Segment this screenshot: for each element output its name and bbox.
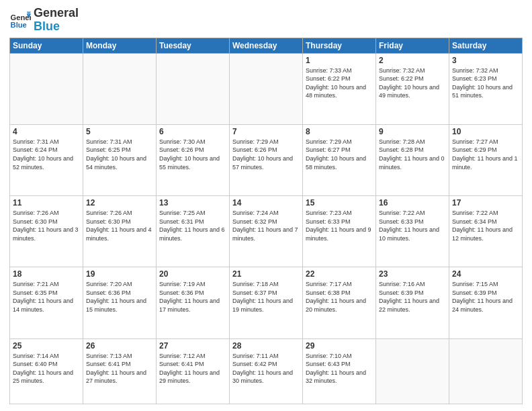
day-info: Sunrise: 7:22 AM Sunset: 6:34 PM Dayligh… bbox=[452, 209, 519, 242]
day-number: 18 bbox=[13, 269, 80, 279]
day-number: 28 bbox=[232, 341, 300, 351]
calendar-cell: 17Sunrise: 7:22 AM Sunset: 6:34 PM Dayli… bbox=[449, 196, 523, 267]
calendar-cell: 25Sunrise: 7:14 AM Sunset: 6:40 PM Dayli… bbox=[10, 338, 83, 404]
day-info: Sunrise: 7:18 AM Sunset: 6:37 PM Dayligh… bbox=[232, 280, 300, 314]
day-info: Sunrise: 7:32 AM Sunset: 6:22 PM Dayligh… bbox=[379, 66, 446, 100]
day-number: 29 bbox=[306, 341, 373, 351]
weekday-header-row: SundayMondayTuesdayWednesdayThursdayFrid… bbox=[10, 38, 523, 53]
weekday-header-thursday: Thursday bbox=[303, 38, 376, 53]
calendar-week-3: 18Sunrise: 7:21 AM Sunset: 6:35 PM Dayli… bbox=[10, 267, 523, 338]
day-info: Sunrise: 7:26 AM Sunset: 6:30 PM Dayligh… bbox=[86, 209, 153, 242]
logo: General Blue General Blue bbox=[9, 7, 79, 34]
calendar-cell: 21Sunrise: 7:18 AM Sunset: 6:37 PM Dayli… bbox=[230, 267, 303, 338]
day-number: 13 bbox=[159, 198, 226, 208]
logo-icon: General Blue bbox=[9, 9, 31, 31]
weekday-header-tuesday: Tuesday bbox=[157, 38, 230, 53]
day-number: 9 bbox=[379, 127, 446, 136]
day-info: Sunrise: 7:14 AM Sunset: 6:40 PM Dayligh… bbox=[13, 352, 80, 385]
day-info: Sunrise: 7:20 AM Sunset: 6:36 PM Dayligh… bbox=[86, 280, 153, 314]
day-info: Sunrise: 7:30 AM Sunset: 6:26 PM Dayligh… bbox=[159, 138, 226, 171]
calendar-cell: 2Sunrise: 7:32 AM Sunset: 6:22 PM Daylig… bbox=[376, 53, 449, 124]
day-number: 1 bbox=[306, 56, 373, 65]
day-number: 10 bbox=[452, 127, 519, 136]
day-number: 2 bbox=[379, 56, 446, 65]
day-info: Sunrise: 7:29 AM Sunset: 6:27 PM Dayligh… bbox=[306, 138, 373, 171]
day-info: Sunrise: 7:23 AM Sunset: 6:33 PM Dayligh… bbox=[306, 209, 373, 242]
header: General Blue General Blue bbox=[9, 7, 523, 34]
calendar-cell: 12Sunrise: 7:26 AM Sunset: 6:30 PM Dayli… bbox=[83, 196, 157, 267]
day-info: Sunrise: 7:22 AM Sunset: 6:33 PM Dayligh… bbox=[379, 209, 446, 242]
calendar-cell bbox=[10, 53, 83, 124]
day-number: 26 bbox=[86, 341, 153, 351]
calendar-cell: 15Sunrise: 7:23 AM Sunset: 6:33 PM Dayli… bbox=[303, 196, 376, 267]
day-number: 6 bbox=[159, 127, 226, 136]
calendar-cell: 1Sunrise: 7:33 AM Sunset: 6:22 PM Daylig… bbox=[303, 53, 376, 124]
calendar-cell bbox=[83, 53, 157, 124]
day-info: Sunrise: 7:11 AM Sunset: 6:42 PM Dayligh… bbox=[232, 352, 300, 385]
day-info: Sunrise: 7:31 AM Sunset: 6:25 PM Dayligh… bbox=[86, 138, 153, 171]
day-number: 19 bbox=[86, 269, 153, 279]
day-number: 4 bbox=[13, 127, 80, 136]
day-number: 17 bbox=[452, 198, 519, 208]
day-info: Sunrise: 7:16 AM Sunset: 6:39 PM Dayligh… bbox=[379, 280, 446, 314]
calendar-cell: 29Sunrise: 7:10 AM Sunset: 6:43 PM Dayli… bbox=[303, 338, 376, 404]
calendar-cell: 26Sunrise: 7:13 AM Sunset: 6:41 PM Dayli… bbox=[83, 338, 157, 404]
weekday-header-wednesday: Wednesday bbox=[230, 38, 303, 53]
calendar-cell: 19Sunrise: 7:20 AM Sunset: 6:36 PM Dayli… bbox=[83, 267, 157, 338]
calendar-cell: 7Sunrise: 7:29 AM Sunset: 6:26 PM Daylig… bbox=[230, 124, 303, 195]
calendar-cell: 24Sunrise: 7:15 AM Sunset: 6:39 PM Dayli… bbox=[449, 267, 523, 338]
calendar: SundayMondayTuesdayWednesdayThursdayFrid… bbox=[9, 38, 523, 404]
day-number: 20 bbox=[159, 269, 226, 279]
weekday-header-monday: Monday bbox=[83, 38, 157, 53]
day-info: Sunrise: 7:12 AM Sunset: 6:41 PM Dayligh… bbox=[159, 352, 226, 385]
logo-text: General Blue bbox=[34, 7, 79, 34]
day-info: Sunrise: 7:32 AM Sunset: 6:23 PM Dayligh… bbox=[452, 66, 519, 100]
day-info: Sunrise: 7:19 AM Sunset: 6:36 PM Dayligh… bbox=[159, 280, 226, 314]
day-info: Sunrise: 7:31 AM Sunset: 6:24 PM Dayligh… bbox=[13, 138, 80, 171]
calendar-cell: 4Sunrise: 7:31 AM Sunset: 6:24 PM Daylig… bbox=[10, 124, 83, 195]
calendar-week-4: 25Sunrise: 7:14 AM Sunset: 6:40 PM Dayli… bbox=[10, 338, 523, 404]
day-info: Sunrise: 7:29 AM Sunset: 6:26 PM Dayligh… bbox=[232, 138, 300, 171]
day-number: 5 bbox=[86, 127, 153, 136]
calendar-cell bbox=[157, 53, 230, 124]
day-info: Sunrise: 7:15 AM Sunset: 6:39 PM Dayligh… bbox=[452, 280, 519, 314]
page: General Blue General Blue SundayMondayTu… bbox=[0, 0, 532, 411]
day-info: Sunrise: 7:25 AM Sunset: 6:31 PM Dayligh… bbox=[159, 209, 226, 242]
day-number: 24 bbox=[452, 269, 519, 279]
calendar-cell bbox=[376, 338, 449, 404]
calendar-cell: 20Sunrise: 7:19 AM Sunset: 6:36 PM Dayli… bbox=[157, 267, 230, 338]
day-info: Sunrise: 7:13 AM Sunset: 6:41 PM Dayligh… bbox=[86, 352, 153, 385]
day-number: 8 bbox=[306, 127, 373, 136]
calendar-cell bbox=[230, 53, 303, 124]
calendar-cell: 9Sunrise: 7:28 AM Sunset: 6:28 PM Daylig… bbox=[376, 124, 449, 195]
svg-text:Blue: Blue bbox=[11, 21, 27, 29]
calendar-cell: 27Sunrise: 7:12 AM Sunset: 6:41 PM Dayli… bbox=[157, 338, 230, 404]
day-number: 12 bbox=[86, 198, 153, 208]
weekday-header-sunday: Sunday bbox=[10, 38, 83, 53]
calendar-cell: 11Sunrise: 7:26 AM Sunset: 6:30 PM Dayli… bbox=[10, 196, 83, 267]
day-number: 23 bbox=[379, 269, 446, 279]
calendar-cell: 5Sunrise: 7:31 AM Sunset: 6:25 PM Daylig… bbox=[83, 124, 157, 195]
day-number: 27 bbox=[159, 341, 226, 351]
day-number: 7 bbox=[232, 127, 300, 136]
weekday-header-friday: Friday bbox=[376, 38, 449, 53]
day-info: Sunrise: 7:24 AM Sunset: 6:32 PM Dayligh… bbox=[232, 209, 300, 242]
day-info: Sunrise: 7:33 AM Sunset: 6:22 PM Dayligh… bbox=[306, 66, 373, 100]
day-info: Sunrise: 7:26 AM Sunset: 6:30 PM Dayligh… bbox=[13, 209, 80, 242]
day-number: 21 bbox=[232, 269, 300, 279]
calendar-cell: 3Sunrise: 7:32 AM Sunset: 6:23 PM Daylig… bbox=[449, 53, 523, 124]
day-info: Sunrise: 7:10 AM Sunset: 6:43 PM Dayligh… bbox=[306, 352, 373, 385]
day-number: 11 bbox=[13, 198, 80, 208]
calendar-cell: 14Sunrise: 7:24 AM Sunset: 6:32 PM Dayli… bbox=[230, 196, 303, 267]
calendar-cell: 16Sunrise: 7:22 AM Sunset: 6:33 PM Dayli… bbox=[376, 196, 449, 267]
calendar-cell: 13Sunrise: 7:25 AM Sunset: 6:31 PM Dayli… bbox=[157, 196, 230, 267]
calendar-cell: 28Sunrise: 7:11 AM Sunset: 6:42 PM Dayli… bbox=[230, 338, 303, 404]
day-info: Sunrise: 7:27 AM Sunset: 6:29 PM Dayligh… bbox=[452, 138, 519, 171]
calendar-cell: 23Sunrise: 7:16 AM Sunset: 6:39 PM Dayli… bbox=[376, 267, 449, 338]
calendar-cell: 10Sunrise: 7:27 AM Sunset: 6:29 PM Dayli… bbox=[449, 124, 523, 195]
calendar-week-1: 4Sunrise: 7:31 AM Sunset: 6:24 PM Daylig… bbox=[10, 124, 523, 195]
day-info: Sunrise: 7:17 AM Sunset: 6:38 PM Dayligh… bbox=[306, 280, 373, 314]
day-number: 14 bbox=[232, 198, 300, 208]
day-number: 3 bbox=[452, 56, 519, 65]
calendar-cell: 18Sunrise: 7:21 AM Sunset: 6:35 PM Dayli… bbox=[10, 267, 83, 338]
